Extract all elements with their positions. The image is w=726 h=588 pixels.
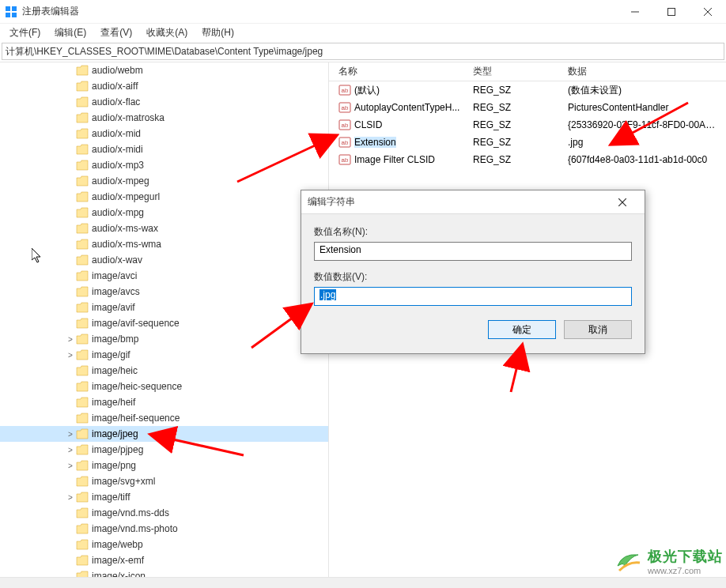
tree-item[interactable]: audio/x-ms-wma	[0, 236, 328, 252]
tree-item-label: audio/webm	[92, 65, 143, 76]
expander-icon[interactable]: >	[65, 430, 76, 439]
window-title: 注册表编辑器	[22, 5, 79, 18]
expander-icon[interactable]: >	[65, 493, 76, 502]
tree-item[interactable]: image/avif	[0, 300, 328, 315]
ok-button[interactable]: 确定	[488, 320, 556, 339]
folder-icon	[76, 239, 89, 250]
expander-icon[interactable]: >	[65, 446, 76, 454]
tree-item-label: audio/x-wav	[92, 254, 142, 266]
tree-item[interactable]: audio/x-mpegurl	[0, 189, 328, 205]
tree-item-label: image/vnd.ms-photo	[92, 523, 178, 534]
tree-item[interactable]: >image/tiff	[0, 489, 328, 505]
tree-item-label: image/heif	[92, 397, 135, 408]
col-header-type[interactable]: 类型	[463, 65, 558, 78]
list-row[interactable]: ab(默认)REG_SZ(数值未设置)	[329, 81, 726, 99]
tree-item[interactable]: image/avci	[0, 268, 328, 284]
svg-rect-0	[6, 6, 10, 11]
tree-item[interactable]: image/x-emf	[0, 552, 328, 568]
titlebar: 注册表编辑器	[0, 0, 726, 24]
tree-item[interactable]: >image/png	[0, 458, 328, 473]
tree-item[interactable]: audio/x-wav	[0, 252, 328, 268]
tree-item[interactable]: image/heic-sequence	[0, 379, 328, 394]
cancel-button[interactable]: 取消	[564, 320, 632, 339]
tree-item[interactable]: audio/x-flac	[0, 94, 328, 110]
list-row[interactable]: abExtensionREG_SZ.jpg	[329, 134, 726, 151]
tree-item[interactable]: image/avif-sequence	[0, 315, 328, 331]
tree-item[interactable]: image/heif-sequence	[0, 410, 328, 426]
expander-icon[interactable]: >	[65, 335, 76, 344]
expander-icon[interactable]: >	[65, 351, 76, 360]
col-header-data[interactable]: 数据	[558, 65, 726, 78]
folder-icon	[76, 318, 89, 329]
tree-item[interactable]: image/heif	[0, 394, 328, 410]
folder-icon	[76, 334, 89, 345]
folder-icon	[76, 191, 89, 202]
string-value-icon: ab	[338, 153, 351, 166]
tree-item-label: image/avif-sequence	[92, 318, 180, 329]
tree-item[interactable]: >image/gif	[0, 347, 328, 363]
list-row[interactable]: abImage Filter CLSIDREG_SZ{607fd4e8-0a03…	[329, 151, 726, 168]
value-name: Extension	[354, 137, 396, 148]
tree-item-label: image/png	[92, 460, 136, 471]
expander-icon[interactable]: >	[65, 462, 76, 470]
tree-item[interactable]: audio/x-aiff	[0, 78, 328, 94]
list-row[interactable]: abCLSIDREG_SZ{25336920-03F9-11cf-8FD0-00…	[329, 116, 726, 134]
address-bar[interactable]: 计算机\HKEY_CLASSES_ROOT\MIME\Database\Cont…	[2, 43, 724, 60]
value-name: AutoplayContentTypeH...	[354, 102, 459, 113]
tree-scroll[interactable]: audio/webmaudio/x-aiffaudio/x-flacaudio/…	[0, 62, 328, 577]
dialog-close-button[interactable]	[607, 191, 638, 213]
svg-rect-1	[12, 6, 17, 11]
folder-icon	[76, 428, 89, 439]
watermark-brand: 极光下载站	[648, 547, 723, 566]
folder-icon	[76, 112, 89, 123]
svg-rect-3	[12, 13, 17, 17]
folder-icon	[76, 128, 89, 139]
close-button[interactable]	[690, 0, 726, 24]
value-name-field[interactable]: Extension	[314, 242, 632, 261]
menu-edit[interactable]: 编辑(E)	[48, 24, 93, 41]
tree-item[interactable]: audio/x-midi	[0, 141, 328, 157]
maximize-button[interactable]	[653, 0, 690, 24]
list-row[interactable]: abAutoplayContentTypeH...REG_SZPicturesC…	[329, 99, 726, 116]
tree-item[interactable]: audio/x-ms-wax	[0, 220, 328, 236]
tree-item[interactable]: >image/bmp	[0, 331, 328, 347]
folder-icon	[76, 381, 89, 392]
menu-favorites[interactable]: 收藏夹(A)	[140, 24, 194, 41]
tree-item[interactable]: audio/x-matroska	[0, 110, 328, 126]
folder-icon	[76, 175, 89, 187]
tree-item[interactable]: image/vnd.ms-dds	[0, 505, 328, 521]
tree-item[interactable]: image/heic	[0, 363, 328, 379]
menu-file[interactable]: 文件(F)	[3, 24, 47, 41]
tree-item[interactable]: audio/webm	[0, 62, 328, 78]
tree-item[interactable]: image/avcs	[0, 284, 328, 300]
menu-help[interactable]: 帮助(H)	[195, 24, 240, 41]
value-name: Image Filter CLSID	[354, 154, 435, 165]
minimize-button[interactable]	[617, 0, 653, 24]
tree-item-label: audio/x-ms-wma	[92, 239, 161, 250]
value-name: CLSID	[354, 119, 382, 130]
tree-item-label: image/heif-sequence	[92, 413, 180, 424]
folder-icon	[76, 144, 89, 155]
watermark: 极光下载站 www.xz7.com	[614, 547, 723, 575]
tree-item[interactable]: image/x-icon	[0, 568, 328, 577]
tree-item[interactable]: >image/jpeg	[0, 426, 328, 442]
tree-item-label: image/heic-sequence	[92, 381, 182, 392]
tree-item[interactable]: image/svg+xml	[0, 473, 328, 489]
tree-item[interactable]: audio/x-mid	[0, 126, 328, 141]
col-header-name[interactable]: 名称	[329, 65, 463, 78]
tree-item-label: audio/x-mpeg	[92, 175, 149, 187]
tree-item[interactable]: image/vnd.ms-photo	[0, 521, 328, 537]
value-data-field[interactable]: .jpg	[314, 287, 632, 306]
tree-item[interactable]: audio/x-mp3	[0, 157, 328, 173]
tree-item[interactable]: >image/pjpeg	[0, 442, 328, 458]
menu-view[interactable]: 查看(V)	[94, 24, 138, 41]
tree-item[interactable]: audio/x-mpg	[0, 205, 328, 220]
string-value-icon: ab	[338, 136, 351, 149]
value-data: PicturesContentHandler	[558, 102, 726, 113]
watermark-logo-icon	[614, 547, 643, 575]
tree-item-label: image/jpeg	[92, 428, 138, 439]
tree-item-label: image/x-emf	[92, 555, 144, 566]
tree-item[interactable]: image/webp	[0, 537, 328, 552]
folder-icon	[76, 476, 89, 487]
tree-item[interactable]: audio/x-mpeg	[0, 173, 328, 189]
